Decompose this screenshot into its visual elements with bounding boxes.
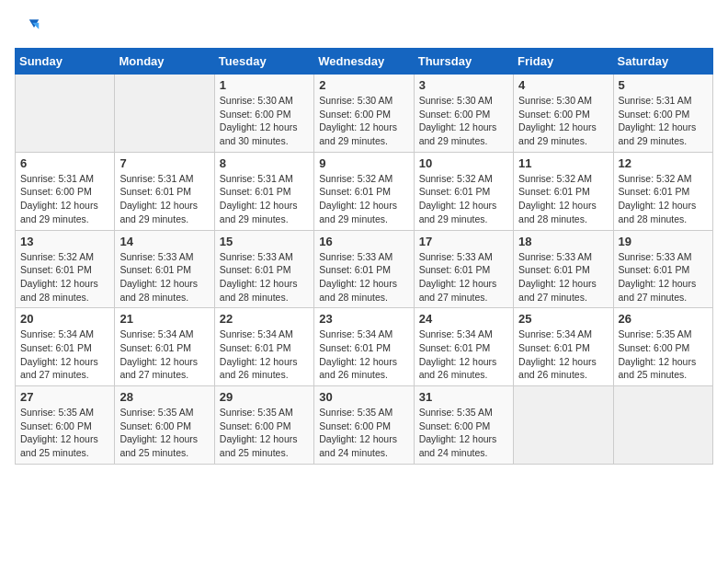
day-cell: 8Sunrise: 5:31 AM Sunset: 6:01 PM Daylig… [214, 152, 313, 230]
day-cell: 30Sunrise: 5:35 AM Sunset: 6:00 PM Dayli… [314, 386, 414, 465]
day-info: Sunrise: 5:34 AM Sunset: 6:01 PM Dayligh… [220, 327, 309, 382]
day-number: 4 [518, 78, 608, 92]
day-info: Sunrise: 5:30 AM Sunset: 6:00 PM Dayligh… [319, 94, 408, 148]
day-info: Sunrise: 5:32 AM Sunset: 6:01 PM Dayligh… [20, 250, 109, 304]
day-info: Sunrise: 5:33 AM Sunset: 6:01 PM Dayligh… [419, 250, 508, 304]
day-info: Sunrise: 5:32 AM Sunset: 6:01 PM Dayligh… [419, 172, 508, 226]
day-info: Sunrise: 5:35 AM Sunset: 6:00 PM Dayligh… [419, 406, 508, 460]
day-number: 26 [619, 312, 708, 326]
day-info: Sunrise: 5:34 AM Sunset: 6:01 PM Dayligh… [419, 327, 508, 382]
day-info: Sunrise: 5:32 AM Sunset: 6:01 PM Dayligh… [518, 172, 608, 226]
day-cell: 27Sunrise: 5:35 AM Sunset: 6:00 PM Dayli… [16, 386, 115, 465]
day-number: 18 [518, 235, 608, 248]
day-cell: 1Sunrise: 5:30 AM Sunset: 6:00 PM Daylig… [214, 75, 313, 153]
week-row-5: 27Sunrise: 5:35 AM Sunset: 6:00 PM Dayli… [16, 386, 713, 465]
day-number: 12 [619, 156, 708, 170]
day-info: Sunrise: 5:31 AM Sunset: 6:00 PM Dayligh… [619, 94, 708, 148]
day-number: 1 [220, 78, 309, 92]
day-info: Sunrise: 5:34 AM Sunset: 6:01 PM Dayligh… [119, 327, 209, 382]
day-number: 21 [119, 312, 209, 326]
day-cell: 31Sunrise: 5:35 AM Sunset: 6:00 PM Dayli… [414, 386, 513, 465]
header-cell-monday: Monday [115, 49, 214, 75]
day-cell: 24Sunrise: 5:34 AM Sunset: 6:01 PM Dayli… [414, 308, 513, 386]
week-row-4: 20Sunrise: 5:34 AM Sunset: 6:01 PM Dayli… [16, 308, 713, 386]
page-header [15, 15, 713, 40]
day-info: Sunrise: 5:33 AM Sunset: 6:01 PM Dayligh… [220, 250, 309, 304]
day-cell: 11Sunrise: 5:32 AM Sunset: 6:01 PM Dayli… [514, 152, 613, 230]
day-cell: 18Sunrise: 5:33 AM Sunset: 6:01 PM Dayli… [514, 230, 613, 308]
day-number: 5 [619, 78, 708, 92]
day-cell: 26Sunrise: 5:35 AM Sunset: 6:00 PM Dayli… [613, 308, 712, 386]
day-cell: 10Sunrise: 5:32 AM Sunset: 6:01 PM Dayli… [414, 152, 513, 230]
day-cell: 2Sunrise: 5:30 AM Sunset: 6:00 PM Daylig… [314, 75, 414, 153]
day-number: 27 [20, 390, 109, 404]
day-cell: 21Sunrise: 5:34 AM Sunset: 6:01 PM Dayli… [115, 308, 214, 386]
header-cell-tuesday: Tuesday [214, 49, 313, 75]
day-number: 20 [20, 312, 109, 326]
day-cell: 13Sunrise: 5:32 AM Sunset: 6:01 PM Dayli… [16, 230, 115, 308]
day-info: Sunrise: 5:32 AM Sunset: 6:01 PM Dayligh… [319, 172, 408, 226]
day-info: Sunrise: 5:35 AM Sunset: 6:00 PM Dayligh… [220, 406, 309, 460]
calendar-body: 1Sunrise: 5:30 AM Sunset: 6:00 PM Daylig… [16, 75, 713, 465]
day-info: Sunrise: 5:34 AM Sunset: 6:01 PM Dayligh… [20, 327, 109, 382]
day-cell: 16Sunrise: 5:33 AM Sunset: 6:01 PM Dayli… [314, 230, 414, 308]
day-cell: 29Sunrise: 5:35 AM Sunset: 6:00 PM Dayli… [214, 386, 313, 465]
week-row-2: 6Sunrise: 5:31 AM Sunset: 6:00 PM Daylig… [16, 152, 713, 230]
day-number: 17 [419, 235, 508, 248]
day-cell: 14Sunrise: 5:33 AM Sunset: 6:01 PM Dayli… [115, 230, 214, 308]
day-cell: 4Sunrise: 5:30 AM Sunset: 6:00 PM Daylig… [514, 75, 613, 153]
day-cell: 12Sunrise: 5:32 AM Sunset: 6:01 PM Dayli… [613, 152, 712, 230]
day-number: 16 [319, 235, 408, 248]
calendar-header: SundayMondayTuesdayWednesdayThursdayFrid… [16, 49, 713, 75]
day-number: 30 [319, 390, 408, 404]
day-number: 22 [220, 312, 309, 326]
day-number: 2 [319, 78, 408, 92]
day-info: Sunrise: 5:33 AM Sunset: 6:01 PM Dayligh… [518, 250, 608, 304]
day-number: 13 [20, 235, 109, 248]
day-info: Sunrise: 5:30 AM Sunset: 6:00 PM Dayligh… [518, 94, 608, 148]
header-row: SundayMondayTuesdayWednesdayThursdayFrid… [16, 49, 713, 75]
day-info: Sunrise: 5:32 AM Sunset: 6:01 PM Dayligh… [619, 172, 708, 226]
day-info: Sunrise: 5:34 AM Sunset: 6:01 PM Dayligh… [319, 327, 408, 382]
day-number: 6 [20, 156, 109, 170]
day-number: 14 [119, 235, 209, 248]
day-cell: 20Sunrise: 5:34 AM Sunset: 6:01 PM Dayli… [16, 308, 115, 386]
day-cell: 7Sunrise: 5:31 AM Sunset: 6:01 PM Daylig… [115, 152, 214, 230]
day-info: Sunrise: 5:33 AM Sunset: 6:01 PM Dayligh… [119, 250, 209, 304]
calendar-table: SundayMondayTuesdayWednesdayThursdayFrid… [15, 48, 713, 465]
day-info: Sunrise: 5:31 AM Sunset: 6:00 PM Dayligh… [20, 172, 109, 226]
day-info: Sunrise: 5:35 AM Sunset: 6:00 PM Dayligh… [319, 406, 408, 460]
day-cell: 15Sunrise: 5:33 AM Sunset: 6:01 PM Dayli… [214, 230, 313, 308]
day-cell: 23Sunrise: 5:34 AM Sunset: 6:01 PM Dayli… [314, 308, 414, 386]
day-cell [514, 386, 613, 465]
day-cell: 19Sunrise: 5:33 AM Sunset: 6:01 PM Dayli… [613, 230, 712, 308]
day-number: 8 [220, 156, 309, 170]
day-number: 7 [119, 156, 209, 170]
day-number: 24 [419, 312, 508, 326]
day-info: Sunrise: 5:33 AM Sunset: 6:01 PM Dayligh… [319, 250, 408, 304]
day-info: Sunrise: 5:31 AM Sunset: 6:01 PM Dayligh… [220, 172, 309, 226]
day-info: Sunrise: 5:35 AM Sunset: 6:00 PM Dayligh… [619, 327, 708, 382]
header-cell-sunday: Sunday [16, 49, 115, 75]
day-info: Sunrise: 5:35 AM Sunset: 6:00 PM Dayligh… [119, 406, 209, 460]
day-cell: 17Sunrise: 5:33 AM Sunset: 6:01 PM Dayli… [414, 230, 513, 308]
day-number: 15 [220, 235, 309, 248]
day-cell: 25Sunrise: 5:34 AM Sunset: 6:01 PM Dayli… [514, 308, 613, 386]
day-number: 31 [419, 390, 508, 404]
day-cell: 28Sunrise: 5:35 AM Sunset: 6:00 PM Dayli… [115, 386, 214, 465]
day-number: 19 [619, 235, 708, 248]
day-number: 10 [419, 156, 508, 170]
day-info: Sunrise: 5:33 AM Sunset: 6:01 PM Dayligh… [619, 250, 708, 304]
day-cell: 6Sunrise: 5:31 AM Sunset: 6:00 PM Daylig… [16, 152, 115, 230]
day-cell [613, 386, 712, 465]
logo-icon [15, 15, 40, 40]
day-info: Sunrise: 5:34 AM Sunset: 6:01 PM Dayligh… [518, 327, 608, 382]
day-cell [115, 75, 214, 153]
header-cell-friday: Friday [514, 49, 613, 75]
header-cell-thursday: Thursday [414, 49, 513, 75]
day-number: 3 [419, 78, 508, 92]
week-row-1: 1Sunrise: 5:30 AM Sunset: 6:00 PM Daylig… [16, 75, 713, 153]
header-cell-wednesday: Wednesday [314, 49, 414, 75]
day-number: 25 [518, 312, 608, 326]
day-number: 23 [319, 312, 408, 326]
